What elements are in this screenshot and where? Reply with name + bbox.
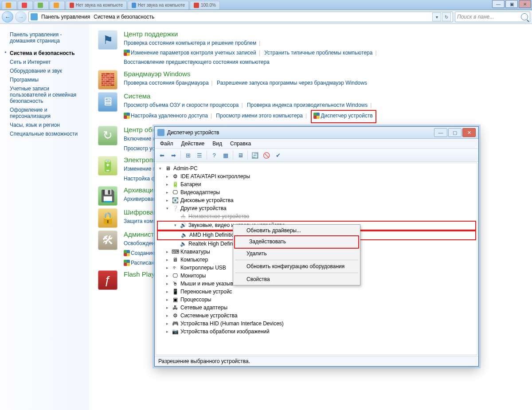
tree-node[interactable]: ▸⚙Системные устройства [157, 312, 476, 320]
speaker-icon: 🔈 [180, 232, 188, 239]
tab-label: Нет звука на компьюте [76, 3, 123, 8]
minimize-button[interactable]: — [492, 0, 505, 8]
link-device-manager[interactable]: Диспетчер устройств [321, 113, 372, 119]
ctx-separator [235, 273, 358, 273]
tab-label: 100.0% [201, 3, 216, 8]
browser-tab[interactable] [50, 1, 65, 9]
category-title[interactable]: Центр поддержки [124, 30, 523, 38]
link-fw-allow[interactable]: Разрешение запуска программы через бранд… [217, 80, 367, 86]
tb-prop-icon[interactable]: ▦ [220, 150, 231, 160]
sidebar-item-programs[interactable]: Программы [3, 75, 89, 84]
dm-maximize-button[interactable]: ▢ [448, 128, 462, 137]
tree-node[interactable]: ▸🖧Сетевые адаптеры [157, 304, 476, 312]
browser-tab[interactable]: Нет звука на компьюте [128, 1, 189, 9]
sidebar-item-network[interactable]: Сеть и Интернет [3, 58, 89, 66]
ctx-scan-hardware[interactable]: Обновить конфигурацию оборудования [234, 262, 359, 271]
browser-tab[interactable] [18, 1, 33, 9]
search-input[interactable]: Поиск в пане... [455, 12, 530, 22]
link-uac[interactable]: Изменение параметров контроля учетных за… [131, 50, 256, 56]
keyboard-icon: ⌨ [172, 249, 179, 256]
dm-menubar: Файл Действие Вид Справка [155, 139, 478, 149]
ctx-delete[interactable]: Удалить [234, 249, 359, 258]
menu-action[interactable]: Действие [178, 140, 208, 148]
ctx-enable[interactable]: Задействовать [236, 236, 356, 247]
hid-icon: 🎮 [172, 320, 179, 328]
tb-view-icon[interactable]: ⊞ [183, 150, 193, 160]
dm-close-button[interactable]: ✕ [462, 128, 476, 137]
ctx-update-drivers[interactable]: Обновить драйверы... [234, 226, 359, 235]
breadcrumb-item[interactable]: Панель управления [41, 14, 90, 20]
close-button[interactable]: ✕ [519, 0, 531, 8]
maximize-button[interactable]: ▣ [505, 0, 518, 8]
dm-minimize-button[interactable]: — [434, 128, 447, 137]
browser-tab[interactable] [34, 1, 49, 9]
node-label: Другие устройства [180, 205, 227, 212]
sidebar-item-accessibility[interactable]: Специальные возможности [3, 129, 89, 138]
tree-node[interactable]: ▾❔Другие устройства [157, 205, 476, 213]
ide-icon: ⚙ [172, 173, 179, 180]
tree-node[interactable]: ▸🎮Устройства HID (Human Interface Device… [157, 320, 476, 328]
battery-icon: 🔋 [172, 181, 179, 188]
favicon-icon [22, 3, 27, 8]
tb-update-icon[interactable]: 🔄 [250, 150, 260, 160]
tb-list-icon[interactable]: ☰ [194, 150, 205, 160]
breadcrumb-bar[interactable]: Панель управления Система и безопасность… [28, 12, 453, 22]
refresh-button[interactable]: ↻ [442, 12, 451, 21]
control-panel-icon [31, 13, 38, 20]
sidebar-item-appearance[interactable]: Оформление и персонализация [3, 105, 89, 121]
tree-leaf[interactable]: ⚠Неизвестное устройство [157, 213, 476, 221]
tb-disable-icon[interactable]: 🚫 [261, 150, 272, 160]
menu-view[interactable]: Вид [209, 140, 226, 148]
favicon-icon [6, 3, 11, 8]
tb-back-icon[interactable]: ⬅ [156, 150, 167, 160]
ctx-properties[interactable]: Свойства [234, 274, 359, 284]
tree-node[interactable]: ▸📱Переносные устройс [157, 288, 476, 296]
browser-tab[interactable]: 100.0% [190, 1, 220, 9]
dm-titlebar[interactable]: Диспетчер устройств — ▢ ✕ [155, 127, 478, 139]
link-ram[interactable]: Просмотр объема ОЗУ и скорости процессор… [124, 102, 239, 108]
link-check-status[interactable]: Проверка состояния компьютера и решение … [124, 40, 256, 46]
tree-node[interactable]: ▸▣Процессоры [157, 296, 476, 304]
link-restore[interactable]: Восстановление предшествующего состояния… [124, 59, 270, 65]
browser-tab[interactable] [2, 1, 17, 9]
device-manager-icon [157, 129, 164, 136]
shield-icon [124, 50, 130, 56]
display-adapter-icon: 🖵 [172, 189, 179, 196]
sidebar-home-link[interactable]: Панель управления - домашняя страница [3, 30, 89, 45]
dm-statusbar: Разрешение выбранного устройства. [155, 356, 478, 366]
tree-node[interactable]: ▸⚙IDE ATA/ATAPI контроллеры [157, 173, 476, 181]
tb-scan-icon[interactable]: 🖥 [235, 150, 246, 160]
tb-help-icon[interactable]: ? [209, 150, 219, 160]
category-title[interactable]: Брандмауэр Windows [124, 70, 523, 78]
link-fix-problems[interactable]: Устранить типичные проблемы компьютера [264, 50, 372, 56]
breadcrumb-item[interactable]: Система и безопасность [94, 14, 154, 20]
link-fw-status[interactable]: Проверка состояния брандмауэра [124, 80, 209, 86]
tree-node[interactable]: ▸📷Устройства обработки изображений [157, 328, 476, 336]
menu-file[interactable]: Файл [156, 140, 177, 148]
link-perf[interactable]: Проверка индекса производительности Wind… [247, 102, 368, 108]
category-title[interactable]: Система [124, 92, 523, 100]
link-remote[interactable]: Настройка удаленного доступа [131, 113, 208, 119]
computer-icon: 🖥 [164, 165, 172, 172]
search-placeholder: Поиск в пане... [457, 14, 494, 20]
usb-icon: ᯤ [172, 265, 179, 272]
browser-tab[interactable]: Нет звука на компьюте [66, 1, 127, 9]
tree-node[interactable]: ▸🖵Видеоадаптеры [157, 189, 476, 197]
tree-root[interactable]: ▾🖥Admin-PC [157, 165, 476, 173]
tree-node[interactable]: ▸🔋Батареи [157, 181, 476, 189]
back-button[interactable]: ← [2, 11, 13, 23]
sidebar-item-system-security[interactable]: Система и безопасность [3, 49, 89, 58]
sidebar-item-clock[interactable]: Часы, язык и регион [3, 121, 89, 129]
forward-button[interactable]: → [15, 11, 27, 23]
sidebar: Панель управления - домашняя страница Си… [0, 24, 89, 410]
sidebar-item-accounts[interactable]: Учетные записи пользователей и семейная … [3, 84, 89, 105]
menu-help[interactable]: Справка [227, 140, 254, 148]
shield-icon [124, 113, 130, 119]
tb-fwd-icon[interactable]: ➡ [168, 150, 179, 160]
sound-icon: 🔊 [180, 222, 187, 229]
tb-enable-icon[interactable]: ✔ [273, 150, 283, 160]
dropdown-button[interactable]: ▾ [432, 12, 441, 21]
link-pcname[interactable]: Просмотр имени этого компьютера [216, 113, 303, 119]
tree-node[interactable]: ▸💽Дисковые устройства [157, 197, 476, 205]
sidebar-item-hardware[interactable]: Оборудование и звук [3, 66, 89, 75]
